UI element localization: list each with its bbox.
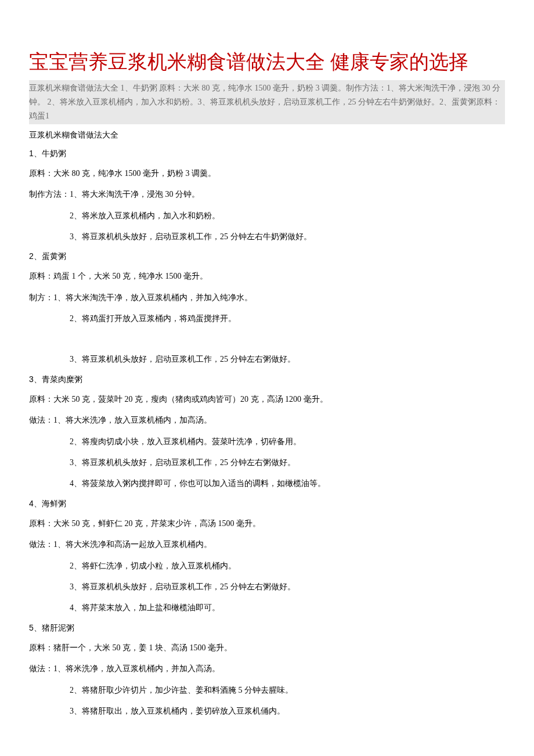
recipe-ingredients: 原料：大米 80 克，纯净水 1500 毫升，奶粉 3 调羹。 xyxy=(29,167,505,180)
recipe-name: 1、牛奶粥 xyxy=(29,149,505,159)
recipe-ingredients: 原料：大米 50 克，菠菜叶 20 克，瘦肉（猪肉或鸡肉皆可）20 克，高汤 1… xyxy=(29,393,505,406)
recipe-ingredients: 原料：大米 50 克，鲜虾仁 20 克，芹菜末少许，高汤 1500 毫升。 xyxy=(29,517,505,530)
page-title: 宝宝营养豆浆机米糊食谱做法大全 健康专家的选择 xyxy=(29,48,505,76)
recipe-step: 做法：1、将大米洗净，放入豆浆机桶内，加高汤。 xyxy=(29,414,505,427)
recipe-name: 5、猪肝泥粥 xyxy=(29,623,505,633)
recipe-step: 制方：1、将大米淘洗干净，放入豆浆机桶内，并加入纯净水。 xyxy=(29,291,505,304)
recipe-name: 3、青菜肉糜粥 xyxy=(29,375,505,385)
recipe-step: 3、将豆浆机机头放好，启动豆浆机工作，25 分钟左右粥做好。 xyxy=(29,581,505,593)
recipe-name: 4、海鲜粥 xyxy=(29,499,505,509)
recipe-step: 2、将鸡蛋打开放入豆浆桶内，将鸡蛋搅拌开。 xyxy=(29,312,505,325)
recipe-step: 2、将虾仁洗净，切成小粒，放入豆浆机桶内。 xyxy=(29,560,505,573)
recipe-name: 2、蛋黄粥 xyxy=(29,251,505,262)
recipe-step: 做法：1、将米洗净，放入豆浆机桶内，并加入高汤。 xyxy=(29,663,505,675)
recipe-step: 做法：1、将大米洗净和高汤一起放入豆浆机桶内。 xyxy=(29,538,505,551)
recipe-step: 3、将猪肝取出，放入豆浆机桶内，姜切碎放入豆浆机俑内。 xyxy=(29,705,505,718)
recipe-step: 3、将豆浆机机头放好，启动豆浆机工作，25 分钟左右牛奶粥做好。 xyxy=(29,231,505,243)
recipe-step: 2、将瘦肉切成小块，放入豆浆机桶内。菠菜叶洗净，切碎备用。 xyxy=(29,435,505,448)
recipe-ingredients: 原料：猪肝一个，大米 50 克，姜 1 块、高汤 1500 毫升。 xyxy=(29,642,505,654)
intro-summary: 豆浆机米糊食谱做法大全 1、牛奶粥 原料：大米 80 克，纯净水 1500 毫升… xyxy=(29,80,505,124)
recipe-step: 3、将豆浆机机头放好，启动豆浆机工作，25 分钟左右粥做好。 xyxy=(29,353,505,366)
section-header: 豆浆机米糊食谱做法大全 xyxy=(29,130,505,141)
recipe-step: 制作方法：1、将大米淘洗干净，浸泡 30 分钟。 xyxy=(29,188,505,201)
recipe-step: 4、将菠菜放入粥内搅拌即可，你也可以加入适当的调料，如橄榄油等。 xyxy=(29,477,505,490)
recipe-step: 4、将芹菜末放入，加上盐和橄榄油即可。 xyxy=(29,602,505,614)
recipe-step: 2、将猪肝取少许切片，加少许盐、姜和料酒腌 5 分钟去腥味。 xyxy=(29,684,505,697)
recipe-step: 3、将豆浆机机头放好，启动豆浆机工作，25 分钟左右粥做好。 xyxy=(29,456,505,469)
recipe-step: 2、将米放入豆浆机桶内，加入水和奶粉。 xyxy=(29,210,505,222)
recipe-ingredients: 原料：鸡蛋 1 个，大米 50 克，纯净水 1500 毫升。 xyxy=(29,270,505,283)
